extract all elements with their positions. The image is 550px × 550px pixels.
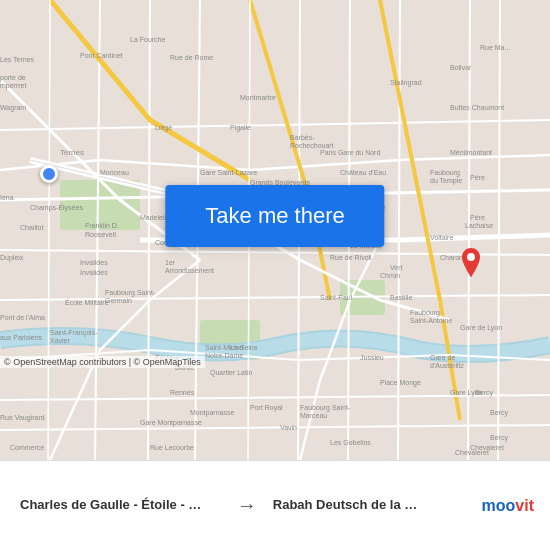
- svg-text:Chaillot: Chaillot: [20, 224, 43, 231]
- destination-marker: [457, 248, 485, 288]
- bottom-bar: Charles de Gaulle - Étoile - … → Rabah D…: [0, 460, 550, 550]
- svg-text:Père: Père: [470, 174, 485, 181]
- map-container: Ternes Monceau Champs-Élysées Chaillot F…: [0, 0, 550, 460]
- destination-name: Rabah Deutsch de la …: [273, 497, 474, 514]
- svg-text:Bastille: Bastille: [390, 294, 413, 301]
- svg-text:Place Monge: Place Monge: [380, 379, 421, 387]
- svg-text:Faubourg: Faubourg: [410, 309, 440, 317]
- svg-text:Commerce: Commerce: [10, 444, 44, 451]
- svg-text:Marceau: Marceau: [300, 412, 327, 419]
- svg-text:Xavier: Xavier: [50, 337, 71, 344]
- svg-text:Liège: Liège: [155, 124, 172, 132]
- svg-text:Notre-Dame: Notre-Dame: [205, 352, 243, 359]
- svg-text:Port Royal: Port Royal: [250, 404, 283, 412]
- svg-text:Ternes: Ternes: [60, 148, 84, 157]
- svg-text:d'Austerlitz: d'Austerlitz: [430, 362, 465, 369]
- svg-text:Rennes: Rennes: [170, 389, 195, 396]
- svg-text:Germain: Germain: [105, 297, 132, 304]
- svg-text:porte de: porte de: [0, 74, 26, 82]
- svg-text:Vert: Vert: [390, 264, 403, 271]
- svg-text:aux Parisiens: aux Parisiens: [0, 334, 43, 341]
- destination-station: Rabah Deutsch de la …: [265, 493, 482, 518]
- svg-text:Saint-François-: Saint-François-: [50, 329, 98, 337]
- svg-text:Paris Gare du Nord: Paris Gare du Nord: [320, 149, 380, 156]
- svg-text:Bolivar: Bolivar: [450, 64, 472, 71]
- svg-text:mperrret: mperrret: [0, 82, 27, 90]
- svg-text:Rue Vaugirard: Rue Vaugirard: [0, 414, 45, 422]
- svg-text:Rue de Rome: Rue de Rome: [170, 54, 213, 61]
- take-me-there-button[interactable]: Take me there: [165, 185, 384, 247]
- svg-text:Franklin D.: Franklin D.: [85, 222, 119, 229]
- svg-text:Montparnasse: Montparnasse: [190, 409, 234, 417]
- svg-point-94: [467, 253, 475, 261]
- svg-text:Rue de Rivoli: Rue de Rivoli: [330, 254, 372, 261]
- svg-text:Montmartre: Montmartre: [240, 94, 276, 101]
- origin-marker: [40, 165, 58, 183]
- origin-station: Charles de Gaulle - Étoile - …: [12, 493, 229, 518]
- svg-text:Rue Lecourbe: Rue Lecourbe: [150, 444, 194, 451]
- osm-credit: © OpenStreetMap contributors | © OpenMap…: [0, 356, 205, 368]
- svg-text:Pigalle: Pigalle: [230, 124, 251, 132]
- svg-text:Jussieu: Jussieu: [360, 354, 384, 361]
- svg-text:École Militaire: École Militaire: [65, 298, 109, 306]
- svg-text:Dupleix: Dupleix: [0, 254, 24, 262]
- svg-text:Saint-Antoine: Saint-Antoine: [410, 317, 452, 324]
- svg-text:La Fourche: La Fourche: [130, 36, 166, 43]
- svg-text:Gare de Lyon: Gare de Lyon: [460, 324, 502, 332]
- svg-text:Invalides: Invalides: [80, 269, 108, 276]
- svg-text:Gare Saint-Lazare: Gare Saint-Lazare: [200, 169, 257, 176]
- svg-text:La Seine: La Seine: [230, 344, 258, 351]
- svg-text:Faubourg Saint-: Faubourg Saint-: [105, 289, 156, 297]
- svg-text:Iéna: Iéna: [0, 194, 14, 201]
- origin-name: Charles de Gaulle - Étoile - …: [20, 497, 221, 514]
- svg-text:Gare Lyon: Gare Lyon: [450, 389, 483, 397]
- svg-text:Monceau: Monceau: [100, 169, 129, 176]
- svg-text:Les Ternes: Les Ternes: [0, 56, 35, 63]
- svg-text:Ménilmontant: Ménilmontant: [450, 149, 492, 156]
- svg-text:Arrondissement: Arrondissement: [165, 267, 214, 274]
- svg-text:Chevaleret: Chevaleret: [455, 449, 489, 456]
- svg-text:Chmin: Chmin: [380, 272, 400, 279]
- svg-text:Lachaise: Lachaise: [465, 222, 493, 229]
- svg-text:Rue Ma...: Rue Ma...: [480, 44, 510, 51]
- svg-text:Pont Cardinet: Pont Cardinet: [80, 52, 123, 59]
- route-arrow: →: [229, 494, 265, 517]
- svg-text:Stalingrad: Stalingrad: [390, 79, 422, 87]
- svg-text:Faubourg: Faubourg: [430, 169, 460, 177]
- svg-text:Wagram: Wagram: [0, 104, 26, 112]
- svg-text:1er: 1er: [165, 259, 176, 266]
- svg-text:Invalides: Invalides: [80, 259, 108, 266]
- svg-text:Saint-Paul: Saint-Paul: [320, 294, 353, 301]
- svg-text:Pont de l'Alma: Pont de l'Alma: [0, 314, 45, 321]
- svg-text:Bercy: Bercy: [490, 434, 508, 442]
- svg-text:Champs-Élysées: Champs-Élysées: [30, 203, 83, 212]
- svg-text:Faubourg Saint-: Faubourg Saint-: [300, 404, 351, 412]
- svg-text:Rochechouart: Rochechouart: [290, 142, 334, 149]
- svg-text:Château d'Eau: Château d'Eau: [340, 169, 386, 176]
- svg-text:Roosevelt: Roosevelt: [85, 231, 116, 238]
- moovit-logo: moovit: [482, 497, 538, 515]
- svg-text:Gare de: Gare de: [430, 354, 455, 361]
- svg-text:Quartier Latin: Quartier Latin: [210, 369, 253, 377]
- svg-text:Les Gobelins: Les Gobelins: [330, 439, 371, 446]
- svg-text:Gare Montparnasse: Gare Montparnasse: [140, 419, 202, 427]
- svg-text:Voltaire: Voltaire: [430, 234, 453, 241]
- svg-text:Buttes Chaumont: Buttes Chaumont: [450, 104, 504, 111]
- svg-text:Vavin: Vavin: [280, 424, 297, 431]
- svg-text:Père: Père: [470, 214, 485, 221]
- svg-text:du Temple: du Temple: [430, 177, 462, 185]
- svg-text:Bercy: Bercy: [490, 409, 508, 417]
- svg-text:Barbès-: Barbès-: [290, 134, 315, 141]
